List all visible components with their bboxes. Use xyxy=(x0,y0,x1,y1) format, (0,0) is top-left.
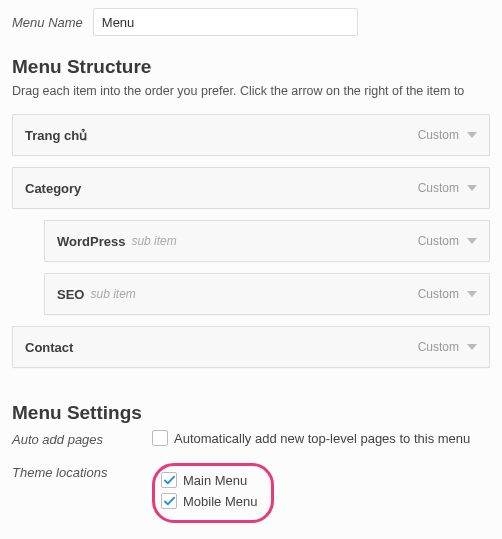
auto-add-pages-option[interactable]: Automatically add new top-level pages to… xyxy=(152,430,490,446)
menu-item-right: Custom xyxy=(418,181,477,195)
menu-item-title: SEO xyxy=(57,287,84,302)
theme-location-checkbox[interactable] xyxy=(161,493,177,509)
menu-item-right: Custom xyxy=(418,287,477,301)
auto-add-pages-text: Automatically add new top-level pages to… xyxy=(174,431,470,446)
theme-location-option[interactable]: Mobile Menu xyxy=(161,493,257,509)
menu-item-type: Custom xyxy=(418,128,459,142)
menu-item-type: Custom xyxy=(418,234,459,248)
menu-settings-table: Auto add pages Automatically add new top… xyxy=(12,430,490,523)
menu-item-bar[interactable]: Trang chủCustom xyxy=(12,114,490,156)
menu-item-type: Custom xyxy=(418,181,459,195)
chevron-down-icon[interactable] xyxy=(467,344,477,350)
menu-item-right: Custom xyxy=(418,340,477,354)
menu-structure-heading: Menu Structure xyxy=(12,56,490,78)
menu-item-sub-label: sub item xyxy=(131,234,176,248)
menu-name-row: Menu Name xyxy=(12,8,490,36)
menu-item-right: Custom xyxy=(418,234,477,248)
menu-name-label: Menu Name xyxy=(12,15,83,30)
theme-locations-row: Theme locations Main MenuMobile Menu xyxy=(12,463,490,523)
menu-structure-hint: Drag each item into the order you prefer… xyxy=(12,84,490,98)
theme-locations-highlight: Main MenuMobile Menu xyxy=(152,463,274,523)
theme-locations-label: Theme locations xyxy=(12,463,152,480)
chevron-down-icon[interactable] xyxy=(467,238,477,244)
chevron-down-icon[interactable] xyxy=(467,291,477,297)
menu-items-list: Trang chủCustomCategoryCustomWordPresssu… xyxy=(12,114,490,368)
menu-settings-heading: Menu Settings xyxy=(12,402,490,424)
theme-location-option[interactable]: Main Menu xyxy=(161,472,257,488)
menu-item-bar[interactable]: WordPresssub itemCustom xyxy=(44,220,490,262)
menu-item-bar[interactable]: ContactCustom xyxy=(12,326,490,368)
chevron-down-icon[interactable] xyxy=(467,185,477,191)
auto-add-pages-row: Auto add pages Automatically add new top… xyxy=(12,430,490,451)
menu-item-bar[interactable]: SEOsub itemCustom xyxy=(44,273,490,315)
menu-item-type: Custom xyxy=(418,287,459,301)
menu-item-right: Custom xyxy=(418,128,477,142)
menu-item-title: Category xyxy=(25,181,81,196)
auto-add-pages-label: Auto add pages xyxy=(12,430,152,447)
menu-item-type: Custom xyxy=(418,340,459,354)
menu-item-title: Trang chủ xyxy=(25,128,87,143)
auto-add-pages-checkbox[interactable] xyxy=(152,430,168,446)
theme-location-label: Mobile Menu xyxy=(183,494,257,509)
menu-name-input[interactable] xyxy=(93,8,358,36)
menu-item-title: WordPress xyxy=(57,234,125,249)
theme-location-checkbox[interactable] xyxy=(161,472,177,488)
menu-item-bar[interactable]: CategoryCustom xyxy=(12,167,490,209)
menu-item-sub-label: sub item xyxy=(90,287,135,301)
theme-location-label: Main Menu xyxy=(183,473,247,488)
chevron-down-icon[interactable] xyxy=(467,132,477,138)
menu-item-title: Contact xyxy=(25,340,73,355)
